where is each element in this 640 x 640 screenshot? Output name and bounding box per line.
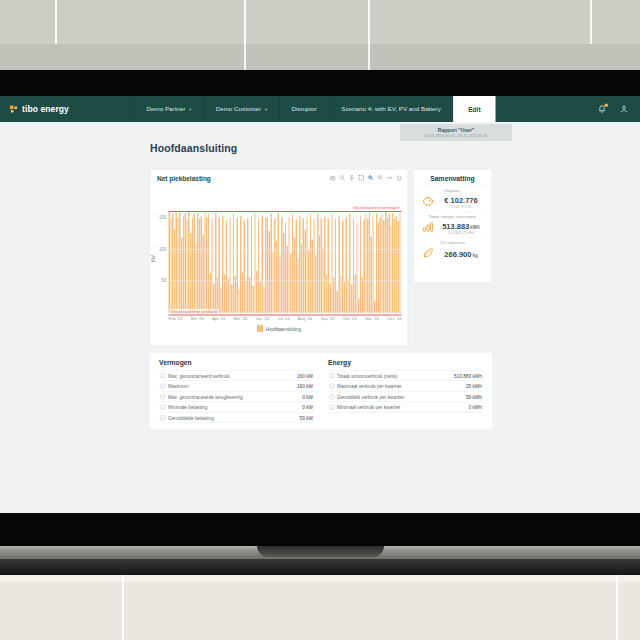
info-icon[interactable]: i xyxy=(160,373,166,379)
wall-lower xyxy=(0,44,640,70)
table-row: iGemiddelde belasting59 kW xyxy=(159,412,314,423)
x-axis-tick: Okt '24 xyxy=(343,316,356,321)
stat-value: 513.883kWh xyxy=(439,222,484,231)
row-label: Gemiddelde belasting xyxy=(168,415,214,421)
chevron-down-icon: ▾ xyxy=(189,107,191,112)
x-axis-tick: Mei '24 xyxy=(234,316,248,321)
table-row: iMax. gecontracteerd verbruik160 kW xyxy=(159,370,314,381)
wall-panel-line xyxy=(590,0,592,44)
wall-panel-line xyxy=(244,0,246,70)
bar xyxy=(372,216,373,313)
home-icon[interactable] xyxy=(396,174,403,181)
gridline xyxy=(169,217,402,218)
bar-chart-icon xyxy=(422,221,435,236)
row-value: 59 kW xyxy=(300,415,313,421)
x-axis-tick: Mrt '24 xyxy=(191,316,204,321)
table-row: iTotaal stroomverbruik (netto)513.883 kW… xyxy=(328,370,483,381)
desk-surface xyxy=(0,575,640,640)
leaf-icon xyxy=(422,247,435,262)
bar xyxy=(399,213,400,312)
x-axis-ticks: Feb '24Mrt '24Apr '24Mei '24Jun '24Jul '… xyxy=(169,316,402,321)
row-value: 59 kWh xyxy=(466,394,482,400)
notifications-bell-icon[interactable] xyxy=(597,104,607,114)
chart-title: Net piekbelasting xyxy=(157,175,211,183)
select-icon[interactable] xyxy=(358,174,365,181)
tibo-logo-icon xyxy=(10,105,18,113)
vermogen-table-title: Vermogen xyxy=(159,359,314,367)
row-label: Minimaal verbruik per kwartier xyxy=(337,404,400,410)
x-axis-tick: Dec '24 xyxy=(387,316,401,321)
edit-tab[interactable]: Edit xyxy=(453,96,496,122)
laptop-display: tibo energy Demo Partner▾Demo Customer▾D… xyxy=(0,96,640,513)
row-value: 0 kWh xyxy=(469,404,482,410)
nav-menu: Demo Partner▾Demo Customer▾DisruptorScen… xyxy=(134,96,453,122)
bar-series xyxy=(169,205,402,313)
legend-label: Hoofdaansluiting xyxy=(266,326,301,332)
row-value: 25 kWh xyxy=(466,383,482,389)
zoom-in-icon[interactable] xyxy=(368,174,375,181)
reference-line-label: Gecontracteerd vermogen xyxy=(352,205,400,210)
row-label: Maximum xyxy=(168,383,189,389)
energy-table: Energy iTotaal stroomverbruik (netto)513… xyxy=(328,359,483,423)
stat-label: Totale energie consumptie xyxy=(419,215,487,220)
x-axis-tick: Jun '24 xyxy=(256,316,270,321)
user-profile-icon[interactable] xyxy=(619,104,629,114)
nav-item-demo-partner[interactable]: Demo Partner▾ xyxy=(134,96,203,122)
metrics-tables: Vermogen iMax. gecontracteerd verbruik16… xyxy=(150,353,492,429)
table-row: iMax. gecontracteerde teruglevering0 kW xyxy=(159,391,314,402)
info-icon[interactable]: i xyxy=(160,394,166,400)
energy-table-title: Energy xyxy=(328,359,483,367)
legend-swatch xyxy=(257,326,263,332)
table-row: iMaximum160 kW xyxy=(159,381,314,392)
x-axis-tick: Aug '24 xyxy=(298,316,312,321)
scene: tibo energy Demo Partner▾Demo Customer▾D… xyxy=(0,0,640,640)
row-label: Maximaal verbruik per kwartier xyxy=(337,383,402,389)
info-icon[interactable]: i xyxy=(329,373,335,379)
nav-item-demo-customer[interactable]: Demo Customer▾ xyxy=(203,96,279,122)
nav-item-label: Disruptor xyxy=(291,106,316,113)
summary-stat-totale-energie-consumptie: Totale energie consumptie513.883kWh513.8… xyxy=(418,212,488,238)
zoom-out-icon[interactable] xyxy=(377,174,384,181)
row-label: Max. gecontracteerd verbruik xyxy=(168,373,230,379)
row-value: 0 kW xyxy=(302,394,313,400)
info-icon[interactable]: i xyxy=(329,394,335,400)
chart-legend[interactable]: Hoofdaansluiting xyxy=(151,326,408,332)
peak-load-chart-card: Net piekbelasting kW 50100150Gecontracte… xyxy=(150,169,408,346)
laptop-lid-notch xyxy=(257,546,384,557)
page-title: Hoofdaansluiting xyxy=(150,142,237,154)
info-icon[interactable]: i xyxy=(160,404,166,410)
stat-label: Uitgaven xyxy=(419,189,487,194)
top-nav: tibo energy Demo Partner▾Demo Customer▾D… xyxy=(0,96,640,122)
nav-item-label: Scenario 4: with EV, PV and Battery xyxy=(341,106,440,113)
report-chip: Rapport "User" 01-01-2024 00:00 - 26-12-… xyxy=(400,124,512,141)
summary-title: Samenvatting xyxy=(418,175,488,183)
zoom-icon[interactable] xyxy=(339,174,346,181)
wall-upper xyxy=(0,0,640,44)
stat-label: CO₂-emissies xyxy=(419,241,487,246)
laptop-base-edge xyxy=(0,559,640,575)
info-icon[interactable]: i xyxy=(329,404,335,410)
reference-line-label: Gecontracteerde productie xyxy=(170,309,219,314)
y-axis-tick: 100 xyxy=(153,246,167,251)
x-axis-tick: Sep '24 xyxy=(320,316,334,321)
chart-plot-area[interactable]: kW 50100150Gecontracteerd vermogenGecont… xyxy=(169,205,402,314)
stat-subtext: 513.882,57 kWh xyxy=(439,231,484,235)
download-icon[interactable] xyxy=(330,174,337,181)
table-row: iGemiddeld verbruik per kwartier59 kWh xyxy=(328,391,483,402)
summary-card: Samenvatting Uitgaven€ 102.776€ 102.775,… xyxy=(413,169,492,283)
wall-panel-line xyxy=(55,0,57,44)
y-axis-tick: 150 xyxy=(153,215,167,220)
row-value: 160 kW xyxy=(297,373,313,379)
pan-icon[interactable] xyxy=(349,174,356,181)
nav-item-scenario-4-with-ev-pv-and-battery[interactable]: Scenario 4: with EV, PV and Battery xyxy=(329,96,453,122)
row-label: Max. gecontracteerde teruglevering xyxy=(168,394,243,400)
desk-panel-line xyxy=(616,575,618,640)
info-icon[interactable]: i xyxy=(160,383,166,389)
laptop-screen-bezel: tibo energy Demo Partner▾Demo Customer▾D… xyxy=(0,70,640,546)
nav-item-disruptor[interactable]: Disruptor xyxy=(279,96,329,122)
brand-logo[interactable]: tibo energy xyxy=(0,96,134,122)
autoscale-icon[interactable] xyxy=(387,174,394,181)
info-icon[interactable]: i xyxy=(329,383,335,389)
info-icon[interactable]: i xyxy=(160,415,166,421)
summary-stat-co-emissies: CO₂-emissies266.900kg xyxy=(418,238,488,264)
